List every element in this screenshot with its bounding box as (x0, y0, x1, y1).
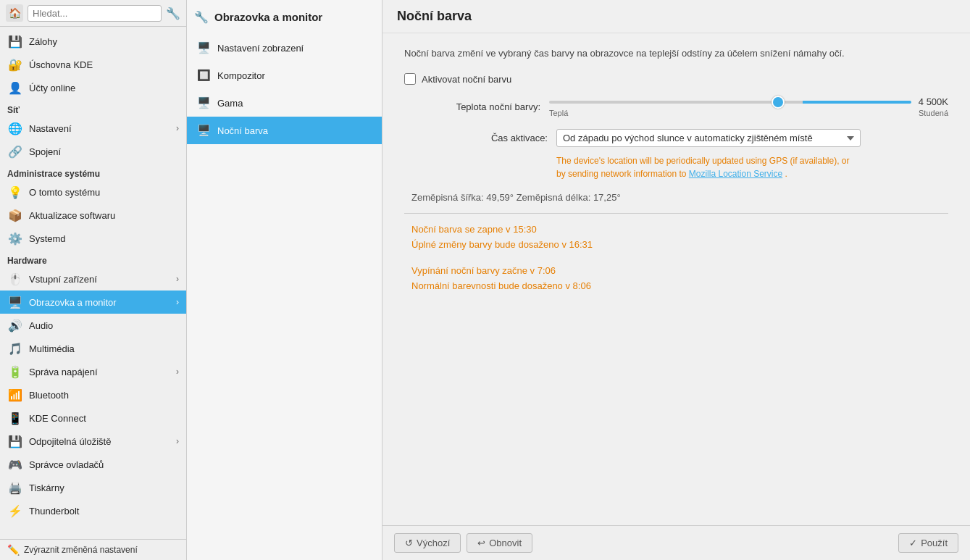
sidebar-item-tiskarny[interactable]: 🖨️ Tiskárny (0, 476, 186, 499)
o-systemu-icon: 💡 (7, 184, 23, 200)
hint-cold: Studená (919, 109, 948, 117)
kompozitor-icon: 🔲 (196, 67, 212, 83)
sidebar-item-zalohy[interactable]: 💾 Zálohy (0, 30, 186, 53)
arrow-icon-vstupni: › (176, 274, 179, 284)
temp-label: Teplota noční barvy: (404, 101, 549, 112)
middle-list: 🖥️ Nastavení zobrazení 🔲 Kompozitor 🖥️ G… (187, 31, 382, 560)
spojeni-icon: 🔗 (7, 143, 23, 159)
section-label-hardware: Hardware (0, 250, 186, 267)
middle-item-gama[interactable]: 🖥️ Gama (187, 89, 382, 117)
right-panel: Noční barva Noční barva změní ve vybraný… (382, 0, 970, 560)
section-label-administrace: Administrace systému (0, 163, 186, 180)
hint-warm: Teplá (549, 109, 568, 117)
sidebar-item-aktualizace[interactable]: 📦 Aktualizace softwaru (0, 204, 186, 227)
sidebar-item-systemd[interactable]: ⚙️ Systemd (0, 227, 186, 250)
arrow-icon-odpojitelna: › (176, 436, 179, 446)
activation-time-section: Čas aktivace: Od západu po východ slunce… (404, 129, 948, 180)
temp-slider-row: Teplota noční barvy: 4 500K Teplá Studen… (404, 96, 948, 117)
arrow-icon-napajeni: › (176, 367, 179, 377)
sidebar-search-bar: 🏠 🔧 (0, 0, 186, 27)
middle-wrench-icon: 🔧 (194, 10, 209, 24)
middle-item-nocni-barva[interactable]: 🖥️ Noční barva (187, 117, 382, 144)
schedule-line-2: Úplné změny barvy bude dosaženo v 16:31 (411, 239, 948, 250)
sidebar-item-o-systemu[interactable]: 💡 O tomto systému (0, 180, 186, 204)
activate-checkbox-row: Aktivovat noční barvu (404, 73, 948, 85)
middle-item-kompozitor[interactable]: 🔲 Kompozitor (187, 62, 382, 89)
activation-label: Čas aktivace: (411, 133, 556, 143)
sidebar-item-bluetooth[interactable]: 📶 Bluetooth (0, 383, 186, 406)
schedule-block: Noční barva se zapne v 15:30 Úplné změny… (404, 224, 948, 291)
middle-panel-title: Obrazovka a monitor (214, 11, 322, 23)
odpojitelna-icon: 💾 (7, 433, 23, 449)
vychozi-button[interactable]: ↺ Výchozí (394, 533, 461, 553)
info-block: The device's location will be periodical… (411, 151, 861, 180)
activation-dropdown[interactable]: Od západu po východ slunce v automaticky… (556, 129, 861, 147)
gama-icon: 🖥️ (196, 95, 212, 111)
right-panel-header: Noční barva (382, 0, 970, 33)
sidebar-item-thunderbolt[interactable]: ⚡ Thunderbolt (0, 499, 186, 522)
thunderbolt-icon: ⚡ (7, 503, 23, 519)
sidebar-item-sprava-napajeni[interactable]: 🔋 Správa napájení › (0, 360, 186, 383)
sidebar-item-kde-connect[interactable]: 📱 KDE Connect (0, 406, 186, 430)
uschovna-icon: 🔐 (7, 57, 23, 72)
multimeia-icon: 🎵 (7, 340, 23, 356)
sidebar-item-audio[interactable]: 🔊 Audio (0, 314, 186, 337)
middle-item-nastaveni-zobrazeni[interactable]: 🖥️ Nastavení zobrazení (187, 34, 382, 62)
home-icon[interactable]: 🏠 (6, 4, 23, 22)
sidebar-item-multimeia[interactable]: 🎵 Multimédia (0, 337, 186, 360)
systemd-icon: ⚙️ (7, 230, 23, 246)
pouzit-button[interactable]: ✓ Použít (898, 533, 958, 553)
sidebar-item-obrazovka[interactable]: 🖥️ Obrazovka a monitor › (0, 291, 186, 314)
arrow-icon-obrazovka: › (176, 297, 179, 307)
obnovit-button[interactable]: ↩ Obnovit (467, 533, 532, 553)
sidebar-item-vstupni-zarizeni[interactable]: 🖱️ Vstupní zařízení › (0, 267, 186, 291)
sidebar-item-spravce-ovladacu[interactable]: 🎮 Správce ovladačů (0, 453, 186, 476)
ucty-icon: 👤 (7, 80, 23, 96)
description-text: Noční barva změní ve vybraný čas barvy n… (404, 48, 911, 59)
activate-checkbox[interactable] (404, 73, 416, 85)
activate-label[interactable]: Aktivovat noční barvu (422, 74, 511, 85)
pencil-icon: ✏️ (7, 544, 20, 556)
sidebar-item-odpojitelna[interactable]: 💾 Odpojitelná úložiště › (0, 430, 186, 453)
sidebar-item-nastaveni-site[interactable]: 🌐 Nastavení › (0, 117, 186, 140)
vstupni-zarizeni-icon: 🖱️ (7, 271, 23, 287)
footer-left-buttons: ↺ Výchozí ↩ Obnovit (394, 533, 532, 553)
nastaveni-site-icon: 🌐 (7, 120, 23, 136)
right-panel-title: Noční barva (397, 9, 472, 23)
nastaveni-zobrazeni-icon: 🖥️ (196, 40, 212, 56)
nocni-barva-icon: 🖥️ (196, 122, 212, 138)
temp-slider-container: 4 500K Teplá Studená (549, 96, 948, 117)
activation-row: Čas aktivace: Od západu po východ slunce… (411, 129, 948, 147)
sidebar-item-spojeni[interactable]: 🔗 Spojení (0, 140, 186, 163)
tiskarny-icon: 🖨️ (7, 480, 23, 496)
aktualizace-icon: 📦 (7, 207, 23, 223)
sidebar-list: 💾 Zálohy 🔐 Úschovna KDE 👤 Účty online Sí… (0, 27, 186, 539)
sidebar: 🏠 🔧 💾 Zálohy 🔐 Úschovna KDE 👤 Účty onlin… (0, 0, 187, 560)
right-footer: ↺ Výchozí ↩ Obnovit ✓ Použít (382, 525, 970, 560)
bluetooth-icon: 📶 (7, 387, 23, 403)
zalohy-icon: 💾 (7, 33, 23, 49)
divider (404, 213, 948, 214)
mozilla-location-link[interactable]: Mozilla Location Service (689, 169, 782, 179)
slider-hints: Teplá Studená (549, 109, 948, 117)
highlight-changes-button[interactable]: ✏️ Zvýraznit změněná nastavení (0, 539, 186, 560)
vychozi-icon: ↺ (405, 538, 413, 548)
sidebar-item-ucty-online[interactable]: 👤 Účty online (0, 76, 186, 99)
middle-panel-header: 🔧 Obrazovka a monitor (187, 0, 382, 31)
temp-value: 4 500K (919, 96, 948, 107)
obnovit-icon: ↩ (477, 538, 485, 548)
sidebar-item-uschovna-kde[interactable]: 🔐 Úschovna KDE (0, 53, 186, 76)
right-panel-content: Noční barva změní ve vybraný čas barvy n… (382, 33, 970, 525)
temp-slider[interactable] (549, 101, 911, 104)
kde-connect-icon: 📱 (7, 410, 23, 426)
spravce-ovladacu-icon: 🎮 (7, 456, 23, 472)
middle-panel: 🔧 Obrazovka a monitor 🖥️ Nastavení zobra… (187, 0, 382, 560)
schedule-line-4: Normální barevnosti bude dosaženo v 8:06 (411, 280, 948, 291)
info-text: The device's location will be periodical… (556, 154, 861, 180)
pouzit-icon: ✓ (909, 538, 917, 548)
obrazovka-icon: 🖥️ (7, 294, 23, 310)
search-input[interactable] (28, 5, 162, 22)
location-text: Zeměpisná šířka: 49,59° Zeměpisná délka:… (404, 192, 948, 203)
schedule-line-3: Vypínání noční barvy začne v 7:06 (411, 265, 948, 276)
sprava-napajeni-icon: 🔋 (7, 364, 23, 380)
